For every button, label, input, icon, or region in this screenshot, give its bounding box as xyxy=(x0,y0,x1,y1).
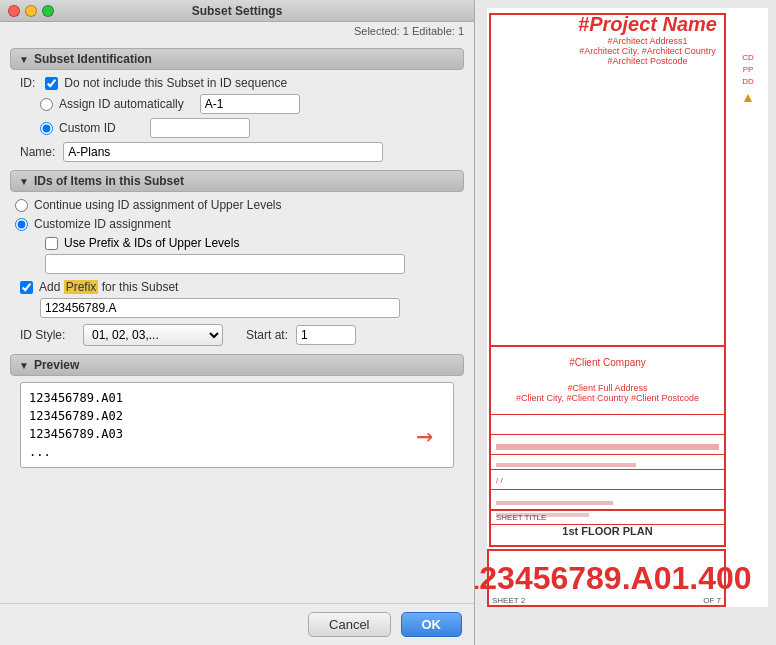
radio-auto[interactable] xyxy=(40,98,53,111)
radio-group-id: Assign ID automatically Custom ID xyxy=(15,94,464,138)
radio-customize[interactable] xyxy=(15,218,28,231)
preview-arrow-icon: ▼ xyxy=(19,360,29,371)
subset-identification-label: Subset Identification xyxy=(34,52,152,66)
exclude-label: Do not include this Subset in ID sequenc… xyxy=(64,76,287,90)
id-label: ID: xyxy=(20,76,35,90)
hline2 xyxy=(491,434,724,435)
customize-radio-row: Customize ID assignment xyxy=(15,217,464,231)
client-area: #Client Company #Client Full Address #Cl… xyxy=(501,357,714,403)
add-prefix-row: Add Prefix for this Subset xyxy=(15,280,464,294)
name-input[interactable] xyxy=(63,142,383,162)
hline1 xyxy=(491,414,724,415)
continue-radio-row: Continue using ID assignment of Upper Le… xyxy=(15,198,464,212)
sheet-title-value: 1st FLOOR PLAN xyxy=(491,524,724,538)
client-company: #Client Company xyxy=(501,357,714,368)
preview-section: 123456789.A01 123456789.A02 123456789.A0… xyxy=(15,382,459,468)
prefix-value-row xyxy=(15,298,464,318)
id-exclude-row: ID: Do not include this Subset in ID seq… xyxy=(15,76,464,90)
dd-label: DD xyxy=(728,77,768,86)
cancel-button[interactable]: Cancel xyxy=(308,612,390,637)
status-text: Selected: 1 Editable: 1 xyxy=(354,25,464,37)
use-prefix-label: Use Prefix & IDs of Upper Levels xyxy=(64,236,239,250)
preview-line-3: 123456789.A03 xyxy=(29,425,445,443)
id-style-label: ID Style: xyxy=(20,328,75,342)
ids-subset-header[interactable]: ▼ IDs of Items in this Subset xyxy=(10,170,464,192)
preview-line-4: ... xyxy=(29,443,445,461)
color-bar1 xyxy=(496,444,719,450)
dialog-footer: Cancel OK xyxy=(0,603,474,645)
hline4 xyxy=(491,469,724,470)
preview-label: Preview xyxy=(34,358,79,372)
date-entry: / / xyxy=(496,476,503,485)
name-row: Name: xyxy=(15,142,464,162)
radio-auto-row: Assign ID automatically xyxy=(40,94,464,114)
preview-header[interactable]: ▼ Preview xyxy=(10,354,464,376)
radio-customize-label: Customize ID assignment xyxy=(34,217,171,231)
radio-custom[interactable] xyxy=(40,122,53,135)
id-style-select[interactable]: 01, 02, 03,... 1, 2, 3,... A, B, C,... I… xyxy=(83,324,223,346)
window-title: Subset Settings xyxy=(192,4,283,18)
upper-prefix-field[interactable] xyxy=(45,254,405,274)
sheet-outer: #Project Name #Architect Address1 #Archi… xyxy=(487,8,768,607)
minimize-button[interactable] xyxy=(25,5,37,17)
ids-subset-label: IDs of Items in this Subset xyxy=(34,174,184,188)
radio-auto-label: Assign ID automatically xyxy=(59,97,184,111)
sheet-title-area: SHEET TITLE 1st FLOOR PLAN xyxy=(491,510,724,545)
exclude-checkbox[interactable] xyxy=(45,77,58,90)
preview-area: 123456789.A01 123456789.A02 123456789.A0… xyxy=(20,382,454,468)
name-label: Name: xyxy=(20,145,55,159)
add-prefix-checkbox[interactable] xyxy=(20,281,33,294)
use-prefix-row: Use Prefix & IDs of Upper Levels xyxy=(15,236,464,250)
title-bar-buttons xyxy=(8,5,54,17)
preview-line-2: 123456789.A02 xyxy=(29,407,445,425)
cd-label: CD xyxy=(728,53,768,62)
ids-subset-body: Continue using ID assignment of Upper Le… xyxy=(10,198,464,346)
dialog-window: Subset Settings Selected: 1 Editable: 1 … xyxy=(0,0,475,645)
ids-collapse-arrow: ▼ xyxy=(19,176,29,187)
triangle-icon: ▲ xyxy=(728,89,768,105)
status-bar: Selected: 1 Editable: 1 xyxy=(0,22,474,40)
prefix-value-input[interactable] xyxy=(40,298,400,318)
big-number: 123456789.A01.400 xyxy=(475,560,752,597)
radio-custom-label: Custom ID xyxy=(59,121,116,135)
radio-continue[interactable] xyxy=(15,199,28,212)
hline5 xyxy=(491,489,724,490)
right-panel: #Project Name #Architect Address1 #Archi… xyxy=(475,0,776,645)
preview-line-1: 123456789.A01 xyxy=(29,389,445,407)
client-address1: #Client Full Address xyxy=(501,383,714,393)
close-button[interactable] xyxy=(8,5,20,17)
auto-id-field[interactable] xyxy=(200,94,300,114)
id-section: ID: Do not include this Subset in ID seq… xyxy=(10,76,464,162)
client-address2: #Client City, #Client Country #Client Po… xyxy=(501,393,714,403)
color-bar3 xyxy=(496,501,613,505)
use-prefix-checkbox[interactable] xyxy=(45,237,58,250)
sheet-number-bar: SHEET 2 OF 7 xyxy=(487,594,726,607)
sheet-title-label: SHEET TITLE xyxy=(491,511,724,524)
color-bar2 xyxy=(496,463,636,467)
add-prefix-label: Add Prefix for this Subset xyxy=(39,280,178,294)
radio-custom-row: Custom ID xyxy=(40,118,464,138)
sheet-number: SHEET 2 xyxy=(492,596,525,605)
preview-arrow-indicator: → xyxy=(416,415,433,457)
id-style-row: ID Style: 01, 02, 03,... 1, 2, 3,... A, … xyxy=(15,324,464,346)
main-red-box: #Client Company #Client Full Address #Cl… xyxy=(489,13,726,547)
title-bar: Subset Settings xyxy=(0,0,474,22)
radio-continue-label: Continue using ID assignment of Upper Le… xyxy=(34,198,281,212)
ok-button[interactable]: OK xyxy=(401,612,463,637)
pp-label: PP xyxy=(728,65,768,74)
right-sidebar: CD PP DD ▲ xyxy=(728,13,768,607)
collapse-arrow: ▼ xyxy=(19,54,29,65)
start-at-input[interactable] xyxy=(296,325,356,345)
dialog-body: ▼ Subset Identification ID: Do not inclu… xyxy=(0,40,474,603)
subset-identification-header[interactable]: ▼ Subset Identification xyxy=(10,48,464,70)
sheet-of: OF 7 xyxy=(703,596,721,605)
title-block: #Client Company #Client Full Address #Cl… xyxy=(491,345,724,545)
maximize-button[interactable] xyxy=(42,5,54,17)
hline3 xyxy=(491,454,724,455)
custom-id-field[interactable] xyxy=(150,118,250,138)
start-at-label: Start at: xyxy=(246,328,288,342)
prefix-highlight: Prefix xyxy=(64,280,99,294)
